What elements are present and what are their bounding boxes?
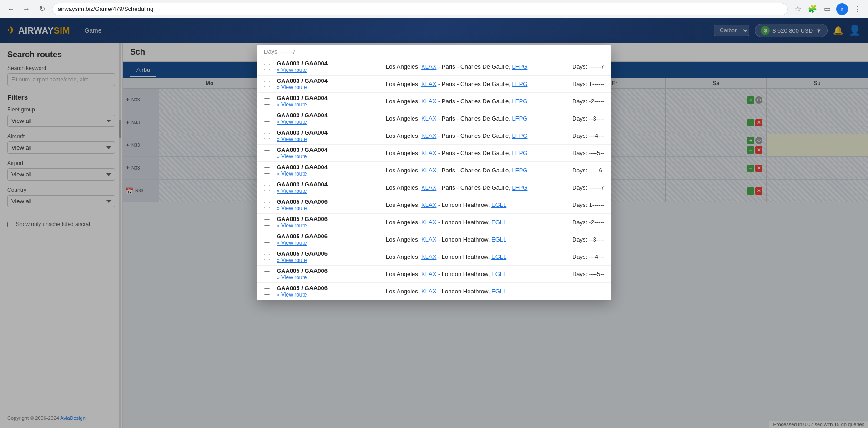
lfpg-link[interactable]: LFPG	[512, 81, 527, 87]
route-destination: Los Angeles, KLAX - Paris - Charles De G…	[386, 63, 550, 70]
egll-link[interactable]: EGLL	[491, 201, 506, 208]
modal-content: Days: ------7 GAA003 / GAA004 » View rou…	[257, 45, 611, 300]
klax-link[interactable]: KLAX	[421, 271, 436, 277]
view-route-link[interactable]: » View route	[277, 257, 386, 263]
view-route-link[interactable]: » View route	[277, 119, 386, 125]
route-checkbox[interactable]	[264, 254, 270, 260]
klax-link[interactable]: KLAX	[421, 236, 436, 243]
egll-link[interactable]: EGLL	[491, 288, 506, 295]
route-row: GAA005 / GAA006 » View route Los Angeles…	[257, 248, 611, 266]
route-days: Days: ---4---	[550, 253, 604, 260]
route-checkbox[interactable]	[264, 116, 270, 122]
route-row: GAA005 / GAA006 » View route Los Angeles…	[257, 266, 611, 283]
egll-link[interactable]: EGLL	[491, 271, 506, 277]
view-route-link[interactable]: » View route	[277, 222, 386, 229]
bookmark-button[interactable]: ☆	[792, 4, 803, 15]
route-id: GAA003 / GAA004	[277, 129, 386, 136]
view-route-link[interactable]: » View route	[277, 188, 386, 194]
route-destination: Los Angeles, KLAX - London Heathrow, EGL…	[386, 253, 550, 260]
lfpg-link[interactable]: LFPG	[512, 167, 527, 174]
route-row: GAA005 / GAA006 » View route Los Angeles…	[257, 214, 611, 231]
lfpg-link[interactable]: LFPG	[512, 132, 527, 139]
route-checkbox[interactable]	[264, 288, 270, 295]
route-checkbox[interactable]	[264, 185, 270, 191]
route-checkbox[interactable]	[264, 98, 270, 105]
route-id: GAA003 / GAA004	[277, 164, 386, 171]
klax-link[interactable]: KLAX	[421, 115, 436, 122]
route-days: Days: --3----	[550, 236, 604, 243]
route-days: Days: ---4---	[550, 132, 604, 139]
route-checkbox[interactable]	[264, 219, 270, 226]
route-id: GAA003 / GAA004	[277, 146, 386, 153]
route-days: Days: 1------	[550, 81, 604, 87]
modal-top-row: Days: ------7	[257, 45, 611, 58]
route-destination: Los Angeles, KLAX - London Heathrow, EGL…	[386, 219, 550, 226]
route-row: GAA003 / GAA004 » View route Los Angeles…	[257, 110, 611, 127]
browser-actions: ☆ 🧩 ▭ r ⋮	[792, 3, 863, 15]
klax-link[interactable]: KLAX	[421, 253, 436, 260]
sidebar-toggle-button[interactable]: ▭	[822, 4, 833, 15]
route-days: Days: -2-----	[550, 98, 604, 105]
refresh-button[interactable]: ↻	[36, 4, 47, 15]
route-checkbox[interactable]	[264, 133, 270, 139]
view-route-link[interactable]: » View route	[277, 153, 386, 160]
route-days: Days: --3----	[550, 115, 604, 122]
route-checkbox[interactable]	[264, 237, 270, 243]
route-row: GAA005 / GAA006 » View route Los Angeles…	[257, 283, 611, 300]
egll-link[interactable]: EGLL	[491, 236, 506, 243]
route-destination: Los Angeles, KLAX - Paris - Charles De G…	[386, 81, 550, 87]
klax-link[interactable]: KLAX	[421, 184, 436, 191]
route-checkbox[interactable]	[264, 81, 270, 87]
route-id: GAA005 / GAA006	[277, 216, 386, 222]
view-route-link[interactable]: » View route	[277, 67, 386, 73]
route-id-cell: GAA003 / GAA004 » View route	[277, 112, 386, 125]
route-checkbox[interactable]	[264, 64, 270, 70]
back-button[interactable]: ←	[5, 4, 16, 15]
url-bar[interactable]: airwaysim.biz/Game/479/Scheduling	[52, 3, 788, 15]
view-route-link[interactable]: » View route	[277, 274, 386, 281]
route-checkbox[interactable]	[264, 202, 270, 208]
lfpg-link[interactable]: LFPG	[512, 184, 527, 191]
route-checkbox[interactable]	[264, 167, 270, 174]
view-route-link[interactable]: » View route	[277, 171, 386, 177]
route-destination: Los Angeles, KLAX - London Heathrow, EGL…	[386, 236, 550, 243]
route-id-cell: GAA003 / GAA004 » View route	[277, 129, 386, 142]
lfpg-link[interactable]: LFPG	[512, 63, 527, 70]
klax-link[interactable]: KLAX	[421, 167, 436, 174]
route-id: GAA003 / GAA004	[277, 95, 386, 101]
klax-link[interactable]: KLAX	[421, 288, 436, 295]
route-id-cell: GAA005 / GAA006 » View route	[277, 216, 386, 229]
lfpg-link[interactable]: LFPG	[512, 150, 527, 156]
klax-link[interactable]: KLAX	[421, 63, 436, 70]
klax-link[interactable]: KLAX	[421, 150, 436, 156]
route-id: GAA003 / GAA004	[277, 77, 386, 84]
klax-link[interactable]: KLAX	[421, 81, 436, 87]
user-avatar[interactable]: r	[836, 3, 848, 15]
forward-button[interactable]: →	[21, 4, 32, 15]
route-checkbox[interactable]	[264, 271, 270, 277]
klax-link[interactable]: KLAX	[421, 98, 436, 105]
route-id: GAA005 / GAA006	[277, 267, 386, 274]
modal-overlay: Days: ------7 GAA003 / GAA004 » View rou…	[0, 18, 868, 428]
klax-link[interactable]: KLAX	[421, 132, 436, 139]
route-row: GAA003 / GAA004 » View route Los Angeles…	[257, 93, 611, 110]
view-route-link[interactable]: » View route	[277, 292, 386, 298]
lfpg-link[interactable]: LFPG	[512, 115, 527, 122]
view-route-link[interactable]: » View route	[277, 101, 386, 108]
extensions-button[interactable]: 🧩	[807, 4, 818, 15]
route-id-cell: GAA003 / GAA004 » View route	[277, 60, 386, 73]
view-route-link[interactable]: » View route	[277, 205, 386, 211]
route-row: GAA003 / GAA004 » View route Los Angeles…	[257, 127, 611, 145]
view-route-link[interactable]: » View route	[277, 240, 386, 246]
klax-link[interactable]: KLAX	[421, 219, 436, 226]
route-destination: Los Angeles, KLAX - Paris - Charles De G…	[386, 98, 550, 105]
route-checkbox[interactable]	[264, 150, 270, 156]
egll-link[interactable]: EGLL	[491, 219, 506, 226]
route-row: GAA003 / GAA004 » View route Los Angeles…	[257, 179, 611, 196]
menu-button[interactable]: ⋮	[852, 4, 863, 15]
view-route-link[interactable]: » View route	[277, 84, 386, 91]
klax-link[interactable]: KLAX	[421, 201, 436, 208]
view-route-link[interactable]: » View route	[277, 136, 386, 142]
lfpg-link[interactable]: LFPG	[512, 98, 527, 105]
egll-link[interactable]: EGLL	[491, 253, 506, 260]
